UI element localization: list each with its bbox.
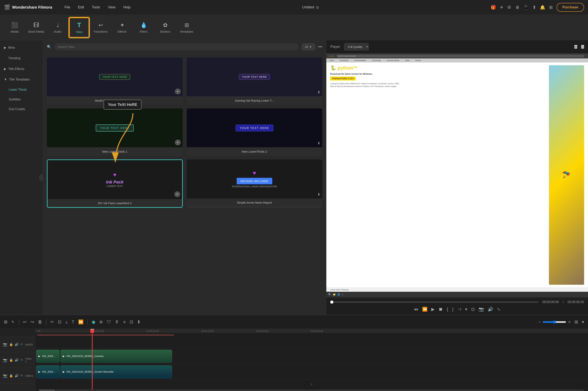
track-video1-lock-btn[interactable]: 🔒 xyxy=(9,374,13,378)
media-card-wc-lower[interactable]: YOUR TEXT HERE + World Cup Lower Thirds … xyxy=(47,57,183,104)
playhead[interactable] xyxy=(92,333,93,390)
tool-titles[interactable]: T Titles xyxy=(68,17,90,38)
scroll-track[interactable] xyxy=(39,390,584,391)
stop-button[interactable]: ⏹ xyxy=(439,307,443,312)
split-button[interactable]: ⊣ xyxy=(458,307,461,312)
track-3-eye-btn[interactable]: 👁 xyxy=(20,343,23,346)
zoom-in-btn[interactable]: + xyxy=(568,319,571,325)
track-video1-eye-btn[interactable]: 👁 xyxy=(20,374,23,378)
tool-templates[interactable]: ⊞ Templates xyxy=(176,17,197,38)
mark-out-button[interactable]: } xyxy=(452,307,454,312)
screen-record-btn[interactable]: ⊡ xyxy=(130,319,133,325)
share-icon-btn[interactable]: ✈ xyxy=(500,5,503,10)
select-tool-btn[interactable]: ↖ xyxy=(11,319,15,325)
audio-detach-btn[interactable]: ⏚ xyxy=(65,319,68,325)
undo-btn[interactable]: ↩ xyxy=(23,319,27,325)
card-download-btn-lower2[interactable]: ⬇ xyxy=(317,141,320,145)
quality-select[interactable]: Full Quality 1/2 Quality 1/4 Quality xyxy=(344,43,369,50)
card-add-btn-wc[interactable]: + xyxy=(175,89,181,94)
add-track-button[interactable]: + xyxy=(35,380,588,390)
media-card-new-lower1[interactable]: YOUR TEXT HERE + New LowerThirds 1 xyxy=(47,108,183,156)
grid-icon-btn[interactable]: ⊞ xyxy=(549,5,553,10)
sidebar-sub-subtitles[interactable]: Subtitles xyxy=(0,95,43,104)
search-input[interactable] xyxy=(54,43,299,50)
tool-stock-media[interactable]: 🎞 Stock Media xyxy=(25,17,47,38)
more-tl-btn[interactable]: ▾ xyxy=(582,319,584,325)
chevron-down-icon[interactable]: ▾ xyxy=(465,307,467,312)
tool-transitions[interactable]: ↩ Transitions xyxy=(90,17,111,38)
tool-effects[interactable]: ✦ Effects xyxy=(111,17,133,38)
sidebar-sub-end-credits[interactable]: End Credits xyxy=(0,104,43,114)
text-btn[interactable]: T xyxy=(72,319,74,325)
clip-video2-1[interactable]: ▶ VID_2024... xyxy=(36,350,60,363)
sidebar-item-mine[interactable]: ▶ Mine xyxy=(0,42,43,53)
redo-btn[interactable]: ↪ xyxy=(30,319,34,325)
screenshot-button[interactable]: 📷 xyxy=(479,307,484,312)
add-video-track-btn[interactable]: ⊞ xyxy=(4,319,7,325)
skip-back-button[interactable]: ⏮ xyxy=(414,307,418,312)
sidebar-sub-lower-thirds[interactable]: Lower Thirds xyxy=(0,85,43,95)
volume-button[interactable]: 🔊 xyxy=(488,307,493,312)
progress-bar[interactable] xyxy=(330,301,538,303)
tool-media[interactable]: ⬛ Media xyxy=(4,17,25,38)
track-3-lock-btn[interactable]: 🔒 xyxy=(9,343,13,346)
track-3-volume-btn[interactable]: 🔊 xyxy=(15,343,18,346)
menu-view[interactable]: View xyxy=(108,5,115,9)
scroll-thumb[interactable] xyxy=(39,390,55,391)
purchase-button[interactable]: Purchase xyxy=(557,3,584,12)
menu-tools[interactable]: Tools xyxy=(92,5,100,9)
layout-btn[interactable]: ⊞ xyxy=(575,319,578,325)
bell-icon-btn[interactable]: 🔔 xyxy=(540,5,545,10)
play-button[interactable]: ▶ xyxy=(431,307,435,312)
frame-back-button[interactable]: ⏪ xyxy=(422,307,427,312)
crop-btn[interactable]: ⊡ xyxy=(58,319,61,325)
sidebar-item-title-templates[interactable]: ▼ Title Templates xyxy=(0,74,43,85)
cut-btn[interactable]: ✂ xyxy=(50,319,54,325)
track-video2-volume-btn[interactable]: 🔊 xyxy=(15,358,18,362)
media-card-new-lower2[interactable]: YOUR TEXT HERE ⬇ New LowerThirds 2 xyxy=(187,108,322,156)
expand-button[interactable]: ⤡ xyxy=(497,307,500,312)
phone-icon-btn[interactable]: 📱 xyxy=(523,5,529,10)
filter-dropdown[interactable]: All ▼ xyxy=(302,44,315,50)
menu-file[interactable]: File xyxy=(65,5,70,9)
subtitle-btn[interactable]: ≡ xyxy=(123,319,126,325)
ripple-btn[interactable]: ⊛ xyxy=(99,319,103,325)
playhead-head[interactable]: ✂ xyxy=(90,329,94,333)
clip-video1-1[interactable]: ▶ VID_2024... xyxy=(36,365,60,378)
track-video2-lock-btn[interactable]: 🔒 xyxy=(9,358,13,362)
track-video1-volume-btn[interactable]: 🔊 xyxy=(15,374,18,378)
sidebar-item-trending[interactable]: Trending xyxy=(0,53,43,64)
fullscreen-button[interactable]: ⊡ xyxy=(471,307,475,312)
card-add-btn-lower1[interactable]: + xyxy=(175,139,181,145)
progress-dot[interactable] xyxy=(330,300,333,304)
split-view-icon[interactable]: ⊞ xyxy=(574,45,577,49)
clip-video2-2[interactable]: ▶ VID_20241010_063504_Camera xyxy=(61,350,172,363)
clip-video1-2[interactable]: ▶ VID_20241010_063504_Screen Recorder xyxy=(61,365,172,378)
media-card-simple-arrow[interactable]: ♥ MICHAEL WILLIAMS INTERNATIONAL UNION O… xyxy=(187,159,322,208)
zoom-out-btn[interactable]: − xyxy=(538,319,541,325)
zoom-slider[interactable] xyxy=(543,320,566,324)
mark-in-button[interactable]: { xyxy=(447,307,448,312)
card-add-btn-ink[interactable]: + xyxy=(174,191,180,197)
shield-btn[interactable]: 🛡 xyxy=(107,319,111,325)
card-download-btn-arrow[interactable]: ⬇ xyxy=(317,192,320,196)
collapse-panel-button[interactable]: ‹ xyxy=(39,174,43,181)
monitor-icon-btn[interactable]: 🖥 xyxy=(515,5,519,10)
upload-icon-btn[interactable]: ⬆ xyxy=(532,5,536,10)
speed-btn[interactable]: ⏩ xyxy=(78,319,84,325)
sidebar-item-title-effects[interactable]: ▶ Title Effects xyxy=(0,64,43,74)
player-settings-icon[interactable]: ⊡ xyxy=(581,45,584,49)
tool-stickers[interactable]: ✿ Stickers xyxy=(154,17,176,38)
delete-btn[interactable]: 🗑 xyxy=(38,319,42,325)
settings-icon-btn[interactable]: ⚙ xyxy=(507,5,511,10)
menu-edit[interactable]: Edit xyxy=(78,5,84,9)
media-card-gaming[interactable]: YOUR TEXT HERE ⬇ Gaming Set Racing Lower… xyxy=(187,57,322,104)
gift-icon-btn[interactable]: 🎁 xyxy=(491,5,496,10)
card-download-btn-gaming[interactable]: ⬇ xyxy=(317,90,320,94)
mic-btn[interactable]: 🎙 xyxy=(115,319,119,325)
tool-audio[interactable]: ♩ Audio xyxy=(47,17,68,38)
menu-help[interactable]: Help xyxy=(123,5,130,9)
more-options-button[interactable]: ••• xyxy=(318,45,322,49)
tool-filters[interactable]: 💧 Filters xyxy=(133,17,154,38)
import-btn[interactable]: ⬇ xyxy=(137,319,140,325)
